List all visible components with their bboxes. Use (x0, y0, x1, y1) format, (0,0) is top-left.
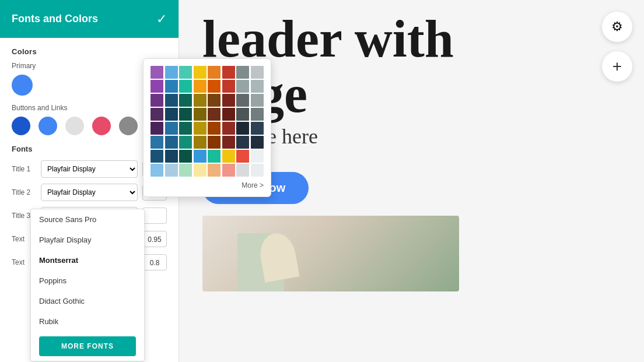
palette-cell[interactable] (222, 164, 235, 177)
title2-label: Title 2 (12, 188, 36, 196)
palette-more-link[interactable]: More > (150, 181, 264, 189)
palette-cell[interactable] (208, 136, 220, 149)
palette-cell[interactable] (222, 108, 235, 121)
palette-cell[interactable] (194, 80, 206, 93)
palette-cell[interactable] (236, 66, 249, 79)
primary-color-swatch[interactable] (12, 75, 33, 96)
palette-cell[interactable] (194, 94, 206, 107)
palette-cell[interactable] (222, 150, 235, 163)
palette-cell[interactable] (150, 164, 163, 177)
settings-icon: ⚙ (611, 19, 623, 34)
palette-cell[interactable] (165, 164, 178, 177)
palette-cell[interactable] (179, 66, 192, 79)
palette-cell[interactable] (251, 94, 264, 107)
palette-cell[interactable] (179, 122, 192, 135)
dropdown-item-didact[interactable]: Didact Gothic (31, 291, 144, 311)
text2-size: 0.8 (142, 254, 167, 270)
palette-cell[interactable] (179, 94, 192, 107)
palette-cell[interactable] (150, 94, 163, 107)
palette-cell[interactable] (150, 108, 163, 121)
palette-cell[interactable] (179, 150, 192, 163)
palette-cell[interactable] (236, 150, 249, 163)
palette-cell[interactable] (150, 136, 163, 149)
palette-cell[interactable] (251, 150, 264, 163)
palette-cell[interactable] (150, 66, 163, 79)
palette-cell[interactable] (222, 80, 235, 93)
palette-cell[interactable] (236, 122, 249, 135)
palette-cell[interactable] (208, 94, 220, 107)
color-swatch-blue-medium[interactable] (38, 117, 57, 135)
palette-cell[interactable] (194, 108, 206, 121)
palette-cell[interactable] (208, 122, 220, 135)
palette-cell[interactable] (194, 150, 206, 163)
palette-cell[interactable] (208, 108, 220, 121)
palette-cell[interactable] (150, 122, 163, 135)
palette-cell[interactable] (179, 108, 192, 121)
palette-cell[interactable] (165, 150, 178, 163)
palette-cell[interactable] (222, 94, 235, 107)
palette-cell[interactable] (251, 66, 264, 79)
dropdown-item-source-sans[interactable]: Source Sans Pro (31, 209, 144, 230)
title2-select[interactable]: Playfair Display Montserrat Source Sans … (41, 184, 138, 201)
palette-cell[interactable] (208, 164, 220, 177)
more-fonts-button[interactable]: MORE FONTS (39, 336, 136, 356)
dropdown-item-rubik[interactable]: Rubik (31, 311, 144, 332)
title3-size (142, 208, 167, 224)
palette-cell[interactable] (236, 108, 249, 121)
palette-cell[interactable] (194, 66, 206, 79)
font-dropdown-menu: Source Sans Pro Playfair Display Montser… (30, 209, 145, 361)
palette-cell[interactable] (150, 80, 163, 93)
palette-cell[interactable] (165, 108, 178, 121)
palette-cell[interactable] (165, 80, 178, 93)
palette-cell[interactable] (222, 136, 235, 149)
text1-size: 0.95 (142, 231, 167, 247)
palette-cell[interactable] (236, 80, 249, 93)
palette-cell[interactable] (236, 164, 249, 177)
palette-cell[interactable] (236, 136, 249, 149)
palette-cell[interactable] (208, 66, 220, 79)
palette-cell[interactable] (165, 94, 178, 107)
hero-image (202, 216, 459, 291)
add-icon: + (612, 57, 622, 76)
dropdown-item-montserrat[interactable]: Montserrat (31, 250, 144, 270)
palette-cell[interactable] (251, 108, 264, 121)
palette-cell[interactable] (179, 164, 192, 177)
title1-label: Title 1 (12, 165, 36, 173)
palette-cell[interactable] (150, 150, 163, 163)
dropdown-item-poppins[interactable]: Poppins (31, 270, 144, 291)
palette-cell[interactable] (179, 80, 192, 93)
palette-cell[interactable] (165, 66, 178, 79)
palette-cell[interactable] (165, 136, 178, 149)
dropdown-item-playfair[interactable]: Playfair Display (31, 230, 144, 250)
palette-cell[interactable] (251, 136, 264, 149)
panel-header: Fonts and Colors ✓ (0, 0, 178, 38)
palette-cell[interactable] (165, 122, 178, 135)
panel-title: Fonts and Colors (12, 13, 98, 25)
add-button[interactable]: + (602, 51, 632, 82)
palette-cell[interactable] (222, 122, 235, 135)
color-swatch-pink[interactable] (92, 117, 111, 135)
settings-button[interactable]: ⚙ (602, 12, 632, 42)
color-palette-popup: More > (143, 58, 271, 197)
palette-cell[interactable] (251, 164, 264, 177)
color-swatch-gray-dark[interactable] (119, 117, 138, 135)
confirm-icon[interactable]: ✓ (156, 12, 167, 27)
palette-cell[interactable] (251, 122, 264, 135)
palette-cell[interactable] (194, 122, 206, 135)
palette-grid (150, 66, 264, 177)
palette-cell[interactable] (208, 80, 220, 93)
palette-cell[interactable] (194, 164, 206, 177)
palette-cell[interactable] (208, 150, 220, 163)
palette-cell[interactable] (194, 136, 206, 149)
colors-section-label: Colors (12, 47, 167, 56)
title1-select[interactable]: Playfair Display Montserrat Source Sans … (41, 160, 138, 178)
palette-cell[interactable] (222, 66, 235, 79)
color-swatch-gray-light[interactable] (65, 117, 84, 135)
palette-cell[interactable] (251, 80, 264, 93)
palette-cell[interactable] (236, 94, 249, 107)
palette-cell[interactable] (179, 136, 192, 149)
color-swatch-blue-dark[interactable] (12, 117, 30, 135)
